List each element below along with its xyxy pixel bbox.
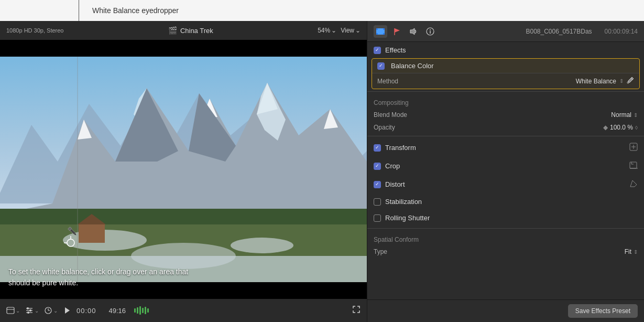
svg-point-48 — [430, 29, 431, 30]
opacity-value: ◆ 100.0 % ◊ — [603, 124, 638, 131]
svg-marker-38 — [65, 307, 70, 314]
distort-expand-icon[interactable] — [629, 179, 638, 189]
blend-mode-row: Blend Mode Normal ⇕ — [367, 109, 644, 121]
audio-level-meter — [134, 306, 149, 315]
timecode-total: 49:16 — [109, 307, 126, 315]
distort-checkbox[interactable] — [374, 181, 381, 188]
spatial-conform-label: Spatial Conform — [374, 236, 419, 243]
stabilization-checkbox[interactable] — [374, 198, 381, 206]
trim-button[interactable]: ⌄ — [25, 306, 39, 315]
transform-checkbox[interactable] — [374, 144, 381, 152]
crop-checkbox[interactable] — [374, 163, 381, 170]
zoom-dropdown[interactable]: 54% ⌄ — [318, 27, 336, 34]
video-controls: ⌄ ⌄ ⌄ 00:00 49:16 — [0, 299, 367, 322]
svg-point-32 — [27, 307, 29, 309]
balance-color-method-row: Method White Balance ⇕ — [372, 73, 639, 89]
play-button[interactable] — [63, 306, 71, 315]
svg-marker-45 — [410, 28, 414, 35]
inspector-toolbar: B008_C006_0517BDas 00:00:09:14 — [367, 21, 644, 42]
rolling-shutter-label: Rolling Shutter — [385, 214, 430, 222]
annotation-text: White Balance eyedropper — [92, 6, 179, 15]
video-panel: 1080p HD 30p, Stereo 🎬 China Trek 54% ⌄ … — [0, 21, 367, 322]
blend-mode-stepper[interactable]: ⇕ — [634, 112, 638, 118]
crop-expand-icon[interactable] — [629, 161, 638, 171]
opacity-row: Opacity ◆ 100.0 % ◊ — [367, 121, 644, 134]
balance-color-header: Balance Color — [372, 59, 639, 73]
clip-icon: 🎬 — [168, 26, 177, 35]
fullscreen-button[interactable] — [352, 305, 361, 316]
type-value: Fit ⇕ — [625, 248, 638, 255]
video-toolbar-right: 54% ⌄ View ⌄ — [318, 27, 361, 34]
eyedropper-tool-icon[interactable] — [627, 77, 634, 85]
separator-3 — [367, 228, 644, 229]
stabilization-section: Stabilization — [367, 194, 644, 210]
inspector-timecode: 00:00:09:14 — [605, 28, 638, 35]
svg-point-34 — [27, 312, 29, 314]
video-preview[interactable]: To set the white balance, click or drag … — [0, 40, 367, 299]
trim-icon — [25, 306, 34, 315]
flag-tab-button[interactable] — [391, 25, 403, 38]
type-stepper[interactable]: ⇕ — [634, 249, 638, 255]
opacity-gray-diamond: ◆ — [603, 124, 608, 131]
svg-rect-17 — [79, 224, 105, 243]
opacity-label: Opacity — [374, 124, 416, 131]
balance-color-section: Balance Color Method White Balance ⇕ — [372, 58, 640, 89]
balance-color-checkbox[interactable] — [377, 62, 385, 70]
effects-label: Effects — [385, 46, 406, 54]
video-tab-button[interactable] — [374, 25, 387, 38]
film-icon — [376, 27, 385, 36]
svg-rect-41 — [376, 33, 378, 35]
fullscreen-icon — [352, 305, 361, 314]
separator-2 — [367, 136, 644, 136]
type-row: Type Fit ⇕ — [367, 245, 644, 258]
svg-rect-43 — [383, 33, 385, 35]
opacity-keyframe-icon[interactable]: ◊ — [635, 125, 638, 131]
inspector-clip-name: B008_C006_0517BDas — [526, 28, 592, 35]
video-toolbar: 1080p HD 30p, Stereo 🎬 China Trek 54% ⌄ … — [0, 21, 367, 40]
view-dropdown[interactable]: View ⌄ — [341, 27, 361, 34]
transform-expand-icon[interactable] — [629, 143, 638, 153]
inspector-panel: B008_C006_0517BDas 00:00:09:14 Effects B… — [367, 21, 644, 322]
method-label: Method — [377, 78, 398, 85]
effects-section-header: Effects — [367, 42, 644, 58]
transform-section: Transform — [367, 138, 644, 157]
crop-section: Crop — [367, 157, 644, 175]
info-icon — [426, 27, 434, 36]
spatial-conform-header: Spatial Conform — [367, 231, 644, 245]
svg-rect-27 — [7, 307, 14, 314]
inspector-content: Effects Balance Color Method White Balan… — [367, 42, 644, 299]
view-options-icon — [6, 306, 15, 315]
video-frame — [0, 40, 367, 299]
speed-icon — [44, 306, 52, 315]
video-resolution: 1080p HD 30p, Stereo — [6, 27, 63, 34]
compositing-label: Compositing — [374, 99, 409, 106]
separator-1 — [367, 91, 644, 92]
view-options-button[interactable]: ⌄ — [6, 306, 20, 315]
rolling-shutter-checkbox[interactable] — [374, 214, 381, 222]
annotation-bar: White Balance eyedropper — [0, 0, 644, 21]
effects-checkbox[interactable] — [374, 47, 381, 54]
video-instruction: To set the white balance, click or drag … — [8, 266, 208, 288]
speed-button[interactable]: ⌄ — [44, 306, 58, 315]
blend-mode-label: Blend Mode — [374, 111, 416, 119]
svg-line-57 — [632, 180, 637, 185]
annotation-line — [79, 0, 79, 21]
timecode-current: 00:00 — [77, 307, 96, 315]
inspector-bottom-bar: Save Effects Preset — [367, 299, 644, 322]
clip-info: 🎬 China Trek — [168, 26, 213, 35]
rolling-shutter-section: Rolling Shutter — [367, 210, 644, 226]
save-effects-preset-button[interactable]: Save Effects Preset — [568, 304, 638, 318]
method-stepper[interactable]: ⇕ — [619, 78, 624, 84]
svg-rect-13 — [0, 209, 367, 224]
svg-rect-54 — [630, 162, 637, 168]
audio-tab-button[interactable] — [407, 25, 420, 38]
stabilization-label: Stabilization — [385, 198, 422, 206]
svg-rect-42 — [383, 28, 385, 30]
flag-icon — [394, 27, 401, 36]
balance-color-label: Balance Color — [391, 62, 434, 70]
svg-point-33 — [29, 309, 31, 312]
compositing-header: Compositing — [367, 94, 644, 109]
play-icon — [63, 306, 71, 315]
clip-name: China Trek — [180, 27, 213, 35]
info-tab-button[interactable] — [424, 25, 436, 38]
